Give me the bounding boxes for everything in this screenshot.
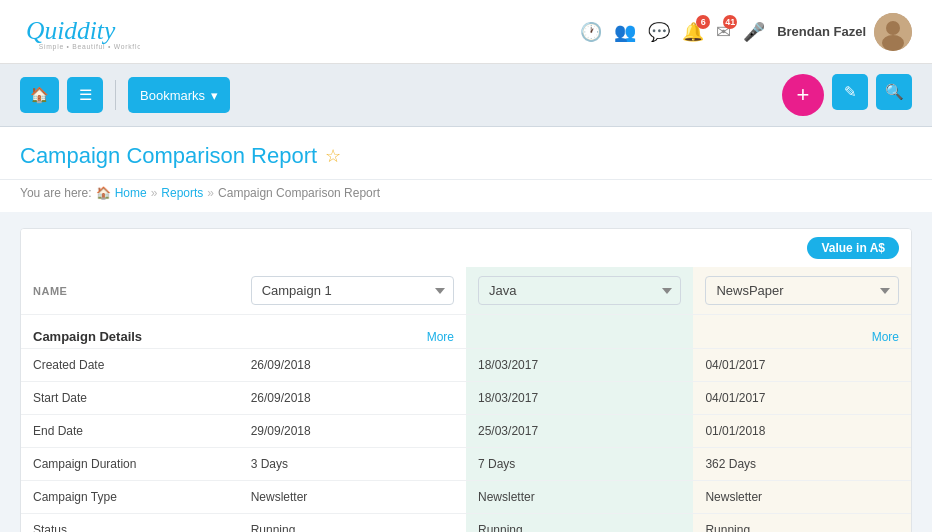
breadcrumb-reports[interactable]: Reports: [161, 186, 203, 200]
svg-text:Simple • Beautiful • Workflow: Simple • Beautiful • Workflow: [39, 42, 140, 50]
bell-badge: 6: [696, 15, 710, 29]
avatar: [874, 13, 912, 51]
star-icon[interactable]: ☆: [325, 145, 341, 167]
start-date-col2: 18/03/2017: [466, 382, 693, 415]
end-date-col1: 29/09/2018: [239, 415, 466, 448]
col2-header: Java Python Ruby: [466, 267, 693, 315]
duration-col1: 3 Days: [239, 448, 466, 481]
toolbar-right: + ✎ 🔍: [782, 74, 912, 116]
bell-icon[interactable]: 🔔 6: [682, 21, 704, 43]
search-button[interactable]: 🔍: [876, 74, 912, 110]
breadcrumb-home[interactable]: Home: [115, 186, 147, 200]
breadcrumb: You are here: 🏠 Home » Reports » Campaig…: [20, 186, 912, 200]
end-date-col2: 25/03/2017: [466, 415, 693, 448]
row-label: Status: [21, 514, 239, 533]
section-header-campaign-details: Campaign Details More More: [21, 315, 911, 349]
home-icon: 🏠: [96, 186, 111, 200]
col3-header: NewsPaper Magazine Digital: [693, 267, 911, 315]
bookmarks-chevron: ▾: [211, 88, 218, 103]
table-row: Campaign Type Newsletter Newsletter News…: [21, 481, 911, 514]
campaign2-select[interactable]: Java Python Ruby: [478, 276, 681, 305]
table-wrapper: NAME Campaign 1 Campaign 2 Campaign 3 Ja…: [21, 267, 911, 532]
value-badge: Value in A$: [807, 237, 899, 259]
row-label: Created Date: [21, 349, 239, 382]
edit-button[interactable]: ✎: [832, 74, 868, 110]
menu-button[interactable]: ☰: [67, 77, 103, 113]
campaign3-select[interactable]: NewsPaper Magazine Digital: [705, 276, 899, 305]
status-col2: Running: [466, 514, 693, 533]
section-title-details: Campaign Details: [21, 315, 239, 349]
breadcrumb-sep1: »: [151, 186, 158, 200]
chat-icon[interactable]: 💬: [648, 21, 670, 43]
logo-wrapper: Quiddity Simple • Beautiful • Workflow: [20, 12, 140, 52]
svg-text:Quiddity: Quiddity: [26, 15, 116, 44]
type-col1: Newsletter: [239, 481, 466, 514]
table-body: Campaign Details More More Created Date …: [21, 315, 911, 533]
duration-col2: 7 Days: [466, 448, 693, 481]
more-link-details-1[interactable]: More: [427, 330, 454, 344]
start-date-col1: 26/09/2018: [239, 382, 466, 415]
table-row: End Date 29/09/2018 25/03/2017 01/01/201…: [21, 415, 911, 448]
table-row: Status Running Running Running: [21, 514, 911, 533]
section-details-more1: More: [239, 315, 466, 349]
table-row: Created Date 26/09/2018 18/03/2017 04/01…: [21, 349, 911, 382]
page-title-text: Campaign Comparison Report: [20, 143, 317, 169]
row-label: Start Date: [21, 382, 239, 415]
status-col1: Running: [239, 514, 466, 533]
main-content: Value in A$ NAME Campaign 1 Campaign 2 C…: [0, 212, 932, 532]
svg-point-4: [882, 35, 904, 51]
type-col3: Newsletter: [693, 481, 911, 514]
comparison-table: NAME Campaign 1 Campaign 2 Campaign 3 Ja…: [21, 267, 911, 532]
logo-area: Quiddity Simple • Beautiful • Workflow: [20, 12, 140, 52]
row-label: End Date: [21, 415, 239, 448]
bookmarks-label: Bookmarks: [140, 88, 205, 103]
section-details-more2: [466, 315, 693, 349]
page-title: Campaign Comparison Report ☆: [20, 143, 912, 169]
row-label: Campaign Type: [21, 481, 239, 514]
user-area[interactable]: Brendan Fazel: [777, 13, 912, 51]
status-col3: Running: [693, 514, 911, 533]
more-link-details-3[interactable]: More: [872, 330, 899, 344]
section-details-more3: More: [693, 315, 911, 349]
start-date-col3: 04/01/2017: [693, 382, 911, 415]
logo-svg: Quiddity Simple • Beautiful • Workflow: [20, 12, 140, 52]
clock-icon[interactable]: 🕐: [580, 21, 602, 43]
end-date-col3: 01/01/2018: [693, 415, 911, 448]
table-row: Campaign Duration 3 Days 7 Days 362 Days: [21, 448, 911, 481]
duration-col3: 362 Days: [693, 448, 911, 481]
toolbar: 🏠 ☰ Bookmarks ▾ + ✎ 🔍: [0, 64, 932, 127]
breadcrumb-prefix: You are here:: [20, 186, 92, 200]
table-header-row: NAME Campaign 1 Campaign 2 Campaign 3 Ja…: [21, 267, 911, 315]
col1-header: Campaign 1 Campaign 2 Campaign 3: [239, 267, 466, 315]
value-bar: Value in A$: [21, 229, 911, 267]
type-col2: Newsletter: [466, 481, 693, 514]
breadcrumb-current: Campaign Comparison Report: [218, 186, 380, 200]
created-date-col2: 18/03/2017: [466, 349, 693, 382]
breadcrumb-sep2: »: [207, 186, 214, 200]
breadcrumb-area: You are here: 🏠 Home » Reports » Campaig…: [0, 180, 932, 212]
created-date-col3: 04/01/2017: [693, 349, 911, 382]
add-button[interactable]: +: [782, 74, 824, 116]
table-row: Start Date 26/09/2018 18/03/2017 04/01/2…: [21, 382, 911, 415]
mic-icon[interactable]: 🎤: [743, 21, 765, 43]
svg-point-3: [886, 21, 900, 35]
toolbar-divider: [115, 80, 116, 110]
user-name: Brendan Fazel: [777, 24, 866, 39]
home-button[interactable]: 🏠: [20, 77, 59, 113]
page-title-area: Campaign Comparison Report ☆: [0, 127, 932, 180]
mail-icon[interactable]: ✉ 41: [716, 21, 731, 43]
report-container: Value in A$ NAME Campaign 1 Campaign 2 C…: [20, 228, 912, 532]
col-name-header: NAME: [21, 267, 239, 315]
bookmarks-button[interactable]: Bookmarks ▾: [128, 77, 230, 113]
header-icons: 🕐 👥 💬 🔔 6 ✉ 41 🎤 Brendan Fazel: [580, 13, 912, 51]
created-date-col1: 26/09/2018: [239, 349, 466, 382]
campaign1-select[interactable]: Campaign 1 Campaign 2 Campaign 3: [251, 276, 454, 305]
row-label: Campaign Duration: [21, 448, 239, 481]
users-icon[interactable]: 👥: [614, 21, 636, 43]
app-header: Quiddity Simple • Beautiful • Workflow 🕐…: [0, 0, 932, 64]
mail-badge: 41: [723, 15, 737, 29]
